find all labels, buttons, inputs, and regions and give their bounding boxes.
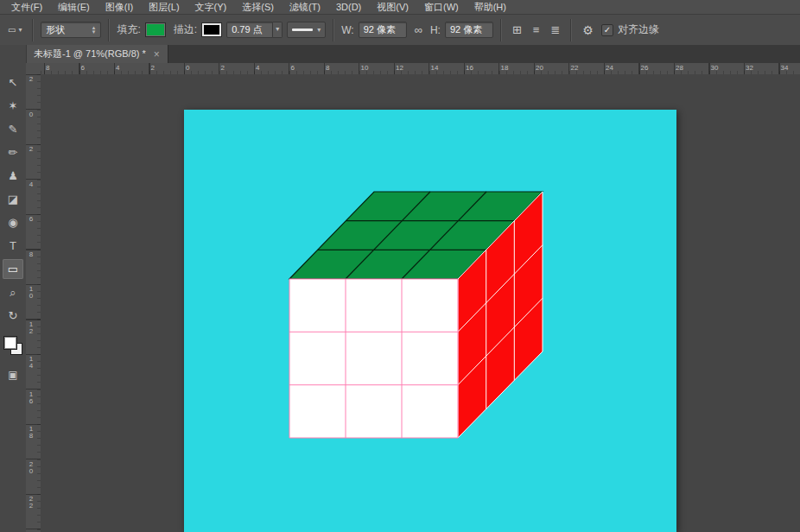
document-tab-title: 未标题-1 @ 71%(RGB/8) *: [34, 48, 146, 60]
ruler-tick-label: 10: [361, 64, 369, 72]
dodge-tool[interactable]: ◉: [3, 212, 23, 232]
paint-bucket-tool[interactable]: ◪: [3, 189, 23, 209]
path-arrangement-button[interactable]: ≣: [547, 22, 563, 38]
link-dimensions-icon[interactable]: ∞: [411, 22, 426, 38]
type-tool[interactable]: T: [3, 236, 23, 256]
ruler-tick-label: 2: [221, 64, 225, 72]
foreground-color-swatch[interactable]: [3, 336, 17, 350]
canvas-pasteboard[interactable]: [41, 74, 800, 532]
ruler-tick-label: 18: [501, 64, 509, 72]
ruler-tick-label: 14: [28, 356, 35, 370]
ruler-tick-label: 6: [81, 64, 85, 72]
divider: [333, 19, 334, 41]
type-icon: T: [10, 239, 16, 252]
document-tab[interactable]: 未标题-1 @ 71%(RGB/8) * ×: [26, 45, 168, 63]
vertical-ruler[interactable]: 20246810121416182022: [26, 74, 41, 532]
divider: [108, 19, 110, 41]
magic-wand-tool[interactable]: ✶: [3, 96, 23, 116]
tool-preset-picker[interactable]: ▭ ▾: [4, 22, 25, 37]
photoshop-window: 文件(F) 编辑(E) 图像(I) 图层(L) 文字(Y) 选择(S) 滤镜(T…: [0, 0, 800, 532]
menu-item-file[interactable]: 文件(F): [3, 0, 50, 14]
divider: [32, 19, 34, 41]
ruler-tick-label: 12: [396, 64, 403, 72]
menu-item-3d[interactable]: 3D(D): [328, 0, 369, 14]
current-tool-icon: ▭: [8, 25, 16, 35]
ruler-tick-label: 4: [116, 64, 119, 72]
ruler-tick-label: 12: [28, 321, 35, 335]
width-input[interactable]: 92 像素: [359, 22, 407, 38]
document-canvas[interactable]: [184, 110, 676, 532]
document-tab-bar: 未标题-1 @ 71%(RGB/8) * ×: [26, 45, 800, 64]
path-alignment-button[interactable]: ≡: [530, 22, 543, 38]
menu-item-layer[interactable]: 图层(L): [141, 0, 187, 14]
brush-icon: ✏: [9, 146, 18, 159]
fill-label: 填充:: [117, 22, 140, 37]
eyedropper-tool[interactable]: ✎: [3, 119, 23, 139]
quick-mask-button[interactable]: ▣: [8, 369, 17, 381]
ruler-tick-label: 6: [291, 64, 295, 72]
width-label: W:: [341, 24, 353, 36]
menu-item-window[interactable]: 窗口(W): [416, 0, 467, 14]
rubiks-cube-shape: [184, 110, 676, 532]
menu-item-select[interactable]: 选择(S): [234, 0, 282, 14]
ruler-corner: [26, 63, 41, 75]
rectangle-tool[interactable]: ▭: [3, 259, 23, 279]
options-bar: ▭ ▾ 形状 ▲▼ 填充: 描边: 0.79 点 ▾ ▾ W: 92 像素 ∞ …: [0, 15, 800, 46]
ruler-tick-label: 20: [28, 461, 35, 475]
horizontal-ruler[interactable]: 86420246810121416182022242628303234: [41, 63, 800, 75]
menu-item-view[interactable]: 视图(V): [369, 0, 416, 14]
ruler-tick-label: 22: [571, 64, 579, 72]
fill-color-swatch[interactable]: [145, 22, 166, 37]
shape-mode-select[interactable]: 形状 ▲▼: [41, 22, 101, 38]
ruler-tick-label: 2: [28, 146, 35, 153]
stroke-color-swatch[interactable]: [201, 22, 222, 37]
rotate-view-tool[interactable]: ↻: [3, 306, 23, 326]
stroke-type-picker[interactable]: ▾: [287, 22, 326, 38]
menu-item-filter[interactable]: 滤镜(T): [282, 0, 328, 14]
ruler-tick-label: 4: [28, 181, 35, 188]
align-edges-checkbox[interactable]: ✓: [601, 24, 613, 36]
paint-bucket-icon: ◪: [8, 193, 18, 206]
ruler-tick-label: 8: [28, 251, 35, 258]
stroke-width-input[interactable]: 0.79 点: [226, 22, 273, 38]
ruler-tick-label: 18: [28, 426, 35, 440]
shape-mode-value: 形状: [46, 24, 65, 35]
divider: [500, 19, 502, 41]
move-icon: ↖: [9, 76, 18, 89]
close-icon[interactable]: ×: [154, 49, 160, 60]
ruler-tick-label: 34: [781, 64, 789, 72]
ruler-tick-label: 10: [28, 286, 35, 300]
menu-item-type[interactable]: 文字(Y): [187, 0, 235, 14]
ruler-tick-label: 20: [536, 64, 543, 72]
brush-tool[interactable]: ✏: [3, 142, 23, 162]
ruler-tick-label: 16: [28, 391, 35, 405]
ruler-tick-label: 8: [326, 64, 329, 72]
menu-item-edit[interactable]: 编辑(E): [50, 0, 98, 14]
menu-item-help[interactable]: 帮助(H): [467, 0, 514, 14]
color-swatches[interactable]: [3, 336, 22, 355]
clone-stamp-tool[interactable]: ♟: [3, 166, 23, 186]
height-input[interactable]: 92 像素: [445, 22, 493, 38]
ruler-tick-label: 32: [746, 64, 753, 72]
stroke-label: 描边:: [174, 22, 197, 37]
ruler-tick-label: 2: [28, 76, 35, 83]
tools-panel: ↖ ✶ ✎ ✏ ♟ ◪ ◉ T ▭ ⌕ ↻ ▣: [0, 45, 27, 532]
chevron-down-icon: ▾: [18, 26, 22, 34]
ruler-tick-label: 30: [711, 64, 719, 72]
ruler-tick-label: 6: [28, 216, 35, 223]
gear-icon[interactable]: ⚙: [579, 22, 597, 39]
zoom-tool[interactable]: ⌕: [3, 282, 23, 302]
ruler-tick-label: 26: [641, 64, 649, 72]
spinner-arrows-icon: ▲▼: [92, 26, 97, 35]
divider: [570, 19, 572, 41]
rectangle-icon: ▭: [8, 263, 18, 276]
menu-item-image[interactable]: 图像(I): [98, 0, 141, 14]
ruler-tick-label: 2: [151, 64, 155, 72]
path-operations-button[interactable]: ⊞: [509, 22, 525, 38]
ruler-tick-label: 8: [46, 64, 49, 72]
menu-bar: 文件(F) 编辑(E) 图像(I) 图层(L) 文字(Y) 选择(S) 滤镜(T…: [0, 0, 800, 15]
stroke-style-line-icon: [292, 28, 313, 31]
ruler-tick-label: 16: [466, 64, 473, 72]
move-tool[interactable]: ↖: [3, 73, 23, 92]
stroke-width-dropdown[interactable]: ▾: [273, 22, 283, 38]
